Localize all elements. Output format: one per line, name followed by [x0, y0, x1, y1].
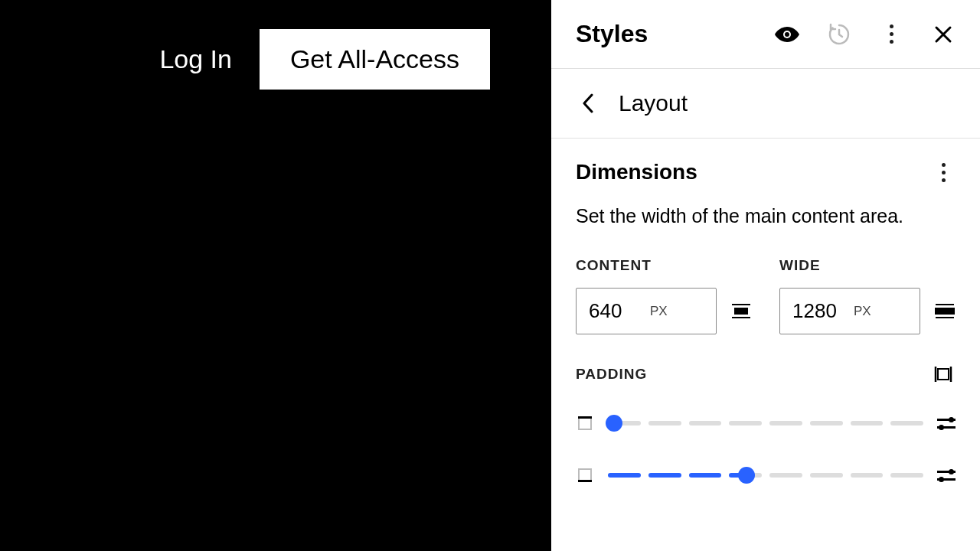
history-icon[interactable] [827, 22, 851, 47]
padding-top-slider[interactable] [608, 414, 923, 432]
content-unit[interactable]: PX [650, 304, 668, 319]
styles-panel: Styles Layout Dimensions [551, 0, 980, 551]
padding-label: PADDING [576, 366, 647, 383]
padding-bottom-icon [576, 466, 594, 484]
wide-label: WIDE [779, 257, 956, 274]
close-icon[interactable] [931, 22, 956, 47]
dimensions-more-icon[interactable] [931, 160, 956, 184]
wide-unit[interactable]: PX [854, 304, 871, 319]
dimensions-title: Dimensions [576, 160, 697, 184]
wide-width-field[interactable] [792, 299, 854, 323]
eye-icon[interactable] [775, 22, 799, 47]
content-width-input[interactable]: PX [576, 288, 717, 334]
content-align-icon[interactable] [730, 301, 752, 322]
panel-title: Styles [576, 20, 648, 48]
svg-point-1 [785, 32, 789, 37]
wide-align-icon[interactable] [934, 301, 956, 322]
login-link[interactable]: Log In [159, 44, 232, 74]
padding-bottom-slider[interactable] [608, 466, 923, 484]
content-label: CONTENT [576, 257, 752, 274]
back-button[interactable] [576, 91, 600, 116]
canvas-preview: Log In Get All-Access [0, 0, 551, 551]
panel-header: Styles [551, 0, 980, 69]
dimensions-description: Set the width of the main content area. [576, 203, 956, 230]
padding-top-icon [576, 414, 594, 432]
breadcrumb: Layout [551, 69, 980, 139]
content-width-field[interactable] [589, 299, 650, 323]
padding-top-settings-icon[interactable] [937, 414, 956, 432]
get-all-access-button[interactable]: Get All-Access [260, 29, 490, 90]
padding-unlink-icon[interactable] [931, 362, 956, 386]
padding-bottom-settings-icon[interactable] [937, 466, 956, 484]
more-menu-icon[interactable] [879, 22, 903, 47]
wide-width-input[interactable]: PX [779, 288, 920, 334]
breadcrumb-title: Layout [619, 90, 688, 116]
svg-rect-2 [938, 369, 949, 380]
